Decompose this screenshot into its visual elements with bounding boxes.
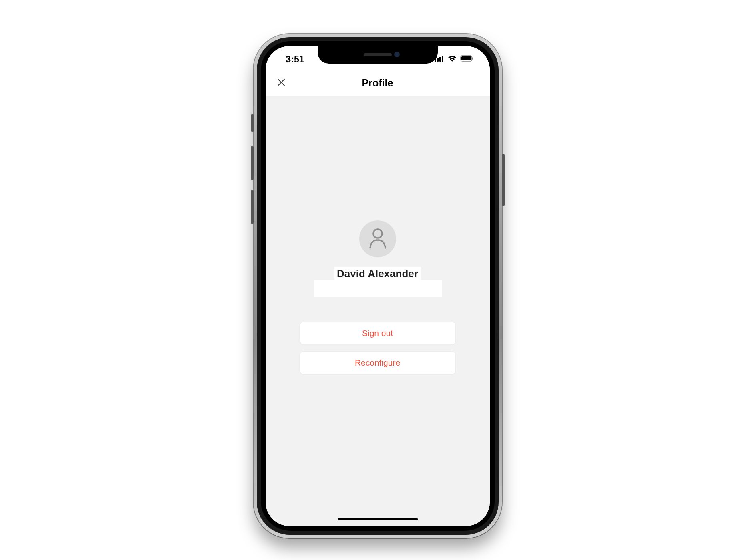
volume-up-button [251, 146, 254, 180]
svg-rect-6 [472, 57, 473, 60]
actions: Sign out Reconfigure [300, 322, 456, 374]
person-icon [368, 227, 388, 250]
battery-icon [460, 55, 474, 63]
power-button [502, 154, 505, 206]
avatar[interactable] [359, 220, 396, 257]
reconfigure-button[interactable]: Reconfigure [300, 351, 456, 374]
speaker [364, 53, 392, 56]
svg-rect-1 [437, 58, 439, 62]
home-indicator[interactable] [338, 518, 418, 520]
profile-subtext [314, 280, 442, 297]
silence-switch [251, 114, 254, 132]
content: David Alexander Sign out Reconfigure [266, 96, 490, 526]
notch [318, 46, 438, 64]
phone-frame: 3:51 [254, 34, 502, 538]
sign-out-label: Sign out [362, 328, 393, 338]
status-icons [435, 55, 474, 64]
volume-down-button [251, 190, 254, 224]
svg-rect-2 [439, 57, 441, 62]
profile-name: David Alexander [334, 267, 421, 280]
front-camera [394, 52, 400, 57]
close-button[interactable] [275, 77, 287, 89]
status-time: 3:51 [286, 54, 304, 65]
close-icon [277, 78, 286, 88]
svg-rect-5 [461, 56, 471, 60]
wifi-icon [447, 55, 457, 64]
sign-out-button[interactable]: Sign out [300, 322, 456, 345]
reconfigure-label: Reconfigure [355, 358, 400, 368]
svg-point-9 [373, 229, 382, 238]
screen: 3:51 [266, 46, 490, 526]
nav-bar: Profile [266, 70, 490, 96]
svg-rect-3 [442, 56, 443, 62]
page-title: Profile [362, 77, 393, 89]
